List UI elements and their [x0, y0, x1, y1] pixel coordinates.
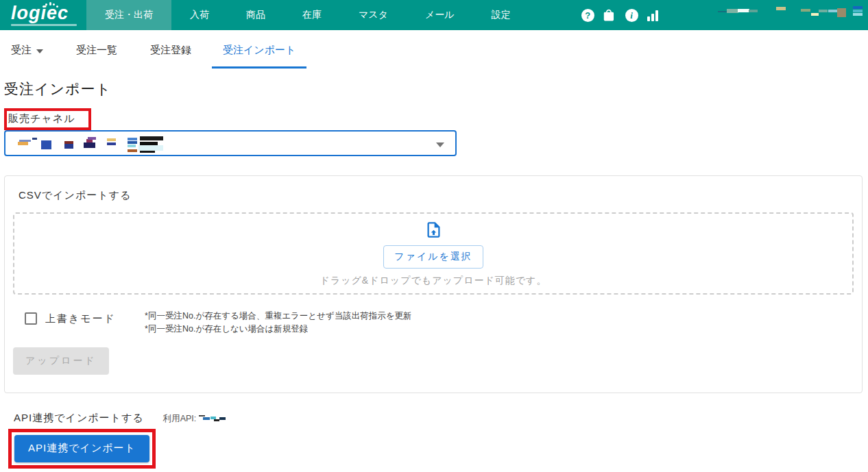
drag-drop-hint: ドラッグ&ドロップでもアップロード可能です。 — [320, 275, 547, 287]
redaction-block — [107, 142, 116, 145]
chevron-down-icon — [436, 142, 444, 147]
nav-item-3[interactable]: 在庫 — [284, 0, 340, 30]
upload-file-icon — [424, 221, 443, 239]
redaction-block — [107, 138, 116, 141]
api-import-button[interactable]: API連携でインポート — [14, 435, 149, 462]
redaction-block — [853, 6, 863, 9]
tab-label: 受注インポート — [223, 44, 296, 57]
stats-icon[interactable] — [647, 10, 658, 21]
redaction-block — [853, 13, 863, 16]
redaction-block — [128, 145, 136, 147]
file-select-button[interactable]: ファイルを選択 — [383, 245, 483, 269]
sales-channel-select[interactable] — [4, 130, 457, 156]
redacted-api-name — [199, 413, 234, 423]
nav-item-2[interactable]: 商品 — [228, 0, 284, 30]
tab-label: 受注一覧 — [76, 44, 117, 57]
redaction-block — [203, 417, 210, 420]
chevron-down-icon — [36, 49, 43, 53]
nav-item-0[interactable]: 受注・出荷 — [86, 0, 171, 30]
tab-1[interactable]: 受注一覧 — [75, 44, 119, 69]
main-nav: 受注・出荷入荷商品在庫マスタメール設定 — [86, 0, 529, 30]
redaction-block — [140, 136, 163, 140]
overwrite-mode-row: 上書きモード *同一受注No.が存在する場合、重複エラーとせず当該出荷指示を更新… — [25, 310, 854, 336]
overwrite-label: 上書きモード — [45, 312, 116, 325]
nav-icon-group: ? i — [581, 0, 658, 30]
redaction-block — [128, 149, 137, 152]
redaction-block — [214, 419, 219, 421]
logo-text: logiec — [11, 4, 77, 23]
tab-label: 受注 — [11, 44, 32, 57]
channel-label: 販売チャネル — [8, 112, 75, 124]
overwrite-note-2: *同一受注No.が存在しない場合は新規登録 — [145, 323, 411, 336]
redaction-block — [64, 144, 73, 149]
tab-label: 受注登録 — [150, 44, 191, 57]
upload-button[interactable]: アップロード — [13, 347, 109, 375]
info-icon[interactable]: i — [625, 9, 638, 22]
channel-label-annotation: 販売チャネル — [4, 108, 91, 130]
api-button-annotation: API連携でインポート — [8, 429, 156, 469]
logo-tagline — [11, 24, 77, 26]
sub-tabbar: 受注受注一覧受注登録受注インポート — [0, 30, 868, 69]
file-dropzone[interactable]: ファイルを選択 ドラッグ&ドロップでもアップロード可能です。 — [13, 212, 854, 295]
help-icon[interactable]: ? — [581, 9, 594, 22]
redaction-block — [219, 417, 226, 420]
redaction-block — [749, 10, 758, 12]
redaction-block — [811, 13, 819, 16]
api-section-header: API連携でインポートする 利用API: — [14, 412, 863, 425]
logo[interactable]: logiec — [0, 0, 86, 30]
redaction-block — [776, 7, 786, 10]
redaction-block — [853, 10, 863, 12]
redaction-block — [128, 138, 137, 140]
redaction-block — [32, 138, 37, 140]
main-content: 受注インポート 販売チャネル CSVでインポートする ファイルを選択 ドラッグ&… — [0, 79, 868, 472]
logo-sparkle-icon — [49, 3, 51, 5]
tab-2[interactable]: 受注登録 — [149, 44, 193, 69]
top-navbar: logiec 受注・出荷入荷商品在庫マスタメール設定 ? i — [0, 0, 868, 30]
redaction-block — [801, 9, 810, 12]
tab-3[interactable]: 受注インポート — [212, 44, 306, 69]
redaction-block — [199, 415, 205, 417]
redaction-block — [18, 142, 28, 145]
api-section-title: API連携でインポートする — [14, 412, 144, 425]
csv-section-title: CSVでインポートする — [19, 189, 854, 202]
nav-item-6[interactable]: 設定 — [473, 0, 529, 30]
redaction-block — [84, 142, 95, 148]
redaction-block — [140, 151, 155, 153]
bag-icon[interactable] — [603, 9, 616, 22]
redaction-block — [41, 140, 51, 149]
overwrite-checkbox[interactable] — [25, 312, 37, 325]
nav-item-4[interactable]: マスタ — [340, 0, 407, 30]
nav-item-1[interactable]: 入荷 — [171, 0, 228, 30]
overwrite-note-1: *同一受注No.が存在する場合、重複エラーとせず当該出荷指示を更新 — [145, 310, 411, 323]
page-root: logiec 受注・出荷入荷商品在庫マスタメール設定 ? i 受注受注一覧受注登… — [0, 0, 868, 472]
redaction-block — [138, 145, 163, 151]
csv-import-panel: CSVでインポートする ファイルを選択 ドラッグ&ドロップでもアップロード可能で… — [4, 175, 863, 393]
page-title: 受注インポート — [4, 79, 863, 99]
redaction-block — [88, 137, 96, 140]
redacted-account-area — [708, 0, 868, 30]
overwrite-notes: *同一受注No.が存在する場合、重複エラーとせず当該出荷指示を更新 *同一受注N… — [145, 310, 411, 336]
redaction-block — [727, 9, 738, 13]
redaction-block — [819, 10, 828, 12]
redaction-block — [128, 141, 137, 144]
nav-item-5[interactable]: メール — [407, 0, 473, 30]
redacted-selected-value — [11, 133, 230, 155]
tab-0[interactable]: 受注 — [10, 44, 45, 69]
redaction-block — [828, 10, 837, 12]
redaction-block — [738, 9, 749, 12]
api-in-use-label: 利用API: — [163, 413, 197, 425]
redaction-block — [837, 8, 846, 17]
